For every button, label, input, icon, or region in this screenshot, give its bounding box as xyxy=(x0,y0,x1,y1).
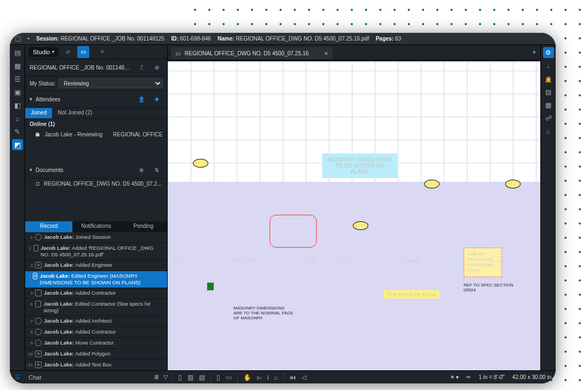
restore-icon[interactable] xyxy=(15,36,21,42)
calibrate-icon[interactable]: ✏ xyxy=(466,374,471,380)
markups-list-icon[interactable]: ☰ xyxy=(10,374,25,381)
attendee-project: REGIONAL OFFICE xyxy=(113,131,163,137)
split-h-icon[interactable]: ▤ xyxy=(199,374,205,381)
file-access-icon[interactable]: ▤ xyxy=(12,47,23,58)
tab-notifications[interactable]: Notifications xyxy=(72,221,119,232)
close-icon[interactable]: ✕ xyxy=(324,50,328,56)
single-page-icon[interactable]: ▯ xyxy=(178,374,182,381)
zoom-icon[interactable]: ⌕ xyxy=(274,374,278,381)
layers-icon[interactable]: ▤ xyxy=(543,87,554,97)
measure-icon[interactable]: ⟂ xyxy=(543,60,554,71)
left-rail: ▤ ▦ ☰ ▣ ◧ ⌕ ✎ ◩ xyxy=(10,45,25,370)
record-row[interactable]: 9Jacob Lake: Move Contractor xyxy=(25,338,167,349)
search-right-icon[interactable]: ⌕ xyxy=(543,126,554,137)
panel-header: Studio ▾ ▱ ▭ ✧ xyxy=(25,45,167,59)
record-row[interactable]: 5Jacob Lake: Added Contractor xyxy=(25,288,167,299)
status-select[interactable]: Reviewing xyxy=(59,78,163,88)
bookmarks-icon[interactable]: ☰ xyxy=(12,73,23,84)
record-row[interactable]: 2Jacob Lake: Added 'REGIONAL OFFICE _DWG… xyxy=(25,243,167,260)
projects-icon[interactable]: ▱ xyxy=(62,46,74,58)
settings-icon[interactable]: ⚙ xyxy=(151,61,163,73)
attendees-header[interactable]: ▾Attendees 👤 ✚ xyxy=(25,91,167,108)
tab-joined[interactable]: Joined xyxy=(25,108,52,118)
tab-pending[interactable]: Pending xyxy=(120,221,167,232)
viewport[interactable]: MASONRY DIMENSIONS TO BE SHOWN ON PLANS … xyxy=(168,59,540,370)
chat-label[interactable]: Chat xyxy=(28,374,41,381)
thumbnails-icon[interactable]: ▦ xyxy=(12,60,23,71)
user-icon[interactable]: 🙍 xyxy=(543,73,554,84)
studio-dropdown[interactable]: Studio ▾ xyxy=(28,47,59,57)
pages-label: Pages: xyxy=(375,36,393,42)
name-value: REGIONAL OFFICE_DWG NO. D5 4500_07.25.16… xyxy=(236,36,369,42)
record-row[interactable]: 6Jacob Lake: Edited Contractor (See spec… xyxy=(25,299,167,316)
search-icon[interactable]: ⌕ xyxy=(12,113,23,124)
documents-header[interactable]: ▾Documents ⊕ ⇅ xyxy=(25,162,167,179)
online-heading: Online (1) xyxy=(25,119,167,129)
session-label: Session: xyxy=(36,36,59,42)
add-doc-icon[interactable]: ⊕ xyxy=(135,164,147,176)
app-window: ▾ Session: REGIONAL OFFICE _JOB No. 0011… xyxy=(10,33,556,383)
record-row[interactable]: 3AJacob Lake: Added Engineer xyxy=(25,260,167,271)
cloud-markup[interactable] xyxy=(270,215,317,248)
record-row[interactable]: 7Jacob Lake: Added Architect xyxy=(25,316,167,327)
studio-icon[interactable]: ◩ xyxy=(12,139,23,150)
first-page-icon[interactable]: ⏮ xyxy=(289,374,296,381)
spaces-icon[interactable]: ▦ xyxy=(543,100,554,111)
pages-value: 63 xyxy=(395,36,401,42)
sets-icon[interactable]: ▣ xyxy=(12,87,23,97)
record-row[interactable]: 11AJacob Lake: Added Text Box xyxy=(25,360,167,370)
id-value: 601-698-846 xyxy=(180,36,211,42)
document-item[interactable]: 🗋 REGIONAL OFFICE_DWG NO. D5 4500_07.2..… xyxy=(25,179,167,189)
doc-tab-icon: ▭ xyxy=(175,50,180,56)
sort-icon[interactable]: ⇅ xyxy=(151,164,163,176)
document-area: ▭ REGIONAL OFFICE_DWG NO. D5 4500_07.25.… xyxy=(168,45,540,370)
record-row[interactable]: 4AJacob Lake: Edited Engineer (MASONRY D… xyxy=(25,271,167,288)
dim-d: 4' - 4" xyxy=(338,259,349,263)
invite-icon[interactable]: ✚ xyxy=(151,93,163,105)
pan-icon[interactable]: ✋ xyxy=(243,374,252,381)
record-row[interactable]: 1Jacob Lake: Joined Session xyxy=(25,232,167,243)
properties-icon[interactable]: ◧ xyxy=(12,100,23,111)
session-value: REGIONAL OFFICE _JOB No. 001148125 xyxy=(60,36,164,42)
filter-icon[interactable]: ▽ xyxy=(163,374,168,381)
leave-icon[interactable]: ⤴ xyxy=(135,61,147,73)
prev-page-icon[interactable]: ◁ xyxy=(301,374,306,381)
document-name: REGIONAL OFFICE_DWG NO. D5 4500_07.2... xyxy=(44,181,162,187)
unsplit-v-icon[interactable]: ▯ xyxy=(216,374,220,381)
doc-icon: 🗋 xyxy=(35,181,41,187)
dim-b: 23' - 0 1/2" xyxy=(233,259,254,263)
attendee-row[interactable]: ☗ Jacob Lake - Reviewing REGIONAL OFFICE xyxy=(25,129,167,140)
unsplit-h-icon[interactable]: ▭ xyxy=(226,374,232,381)
spec-callout[interactable]: See specs for sizing xyxy=(384,290,439,299)
tab-menu-icon[interactable]: ▾ xyxy=(528,46,540,58)
tab-not-joined[interactable]: Not Joined (2) xyxy=(52,108,98,118)
marker-a711-3: A7.11 xyxy=(505,180,521,188)
record-row[interactable]: 8Jacob Lake: Added Contractor xyxy=(25,327,167,338)
dim-c: 4' - 4" xyxy=(305,259,316,263)
record-row[interactable]: 10AJacob Lake: Added Polygon xyxy=(25,349,167,360)
dim-e: 23' - 10 1/2" xyxy=(398,259,421,263)
nav-toolbar: ▯ ▥ ▤ ▯ ▭ ✋ ▻ Ꭵ ⌕ ⏮ ◁ ☀ ▾ ✏ 1 in = 8'-0"… xyxy=(168,373,556,382)
sticky-note[interactable] xyxy=(207,283,214,290)
follow-icon[interactable]: 👤 xyxy=(135,93,147,105)
scale-readout[interactable]: 1 in = 8'-0" xyxy=(478,374,504,380)
dim-f: 6' - 5" xyxy=(491,259,502,263)
marker-a711-1: A7.11 xyxy=(193,159,208,168)
split-v-icon[interactable]: ▥ xyxy=(187,374,193,381)
chevron-down-icon[interactable]: ▾ xyxy=(27,36,30,41)
forms-icon[interactable]: ✎ xyxy=(12,126,23,137)
sessions-icon[interactable]: ▭ xyxy=(77,46,89,58)
document-tab[interactable]: ▭ REGIONAL OFFICE_DWG NO. D5 4500_07.25.… xyxy=(171,47,333,59)
list-icon[interactable]: ≣ xyxy=(154,374,159,381)
dimmer-icon[interactable]: ☀ ▾ xyxy=(450,374,459,380)
record-list[interactable]: 1Jacob Lake: Joined Session2Jacob Lake: … xyxy=(25,232,167,370)
name-label: Name: xyxy=(218,36,235,42)
wand-icon[interactable]: ✧ xyxy=(96,46,108,58)
person-icon: ☗ xyxy=(35,131,40,137)
gear-icon[interactable]: ⚙ xyxy=(543,47,554,58)
floorplan-canvas: MASONRY DIMENSIONS TO BE SHOWN ON PLANS … xyxy=(168,61,540,370)
tab-record[interactable]: Record xyxy=(25,221,72,232)
select-text-icon[interactable]: Ꭵ xyxy=(267,374,269,381)
links-icon[interactable]: ☍ xyxy=(543,113,554,124)
select-icon[interactable]: ▻ xyxy=(257,374,262,381)
